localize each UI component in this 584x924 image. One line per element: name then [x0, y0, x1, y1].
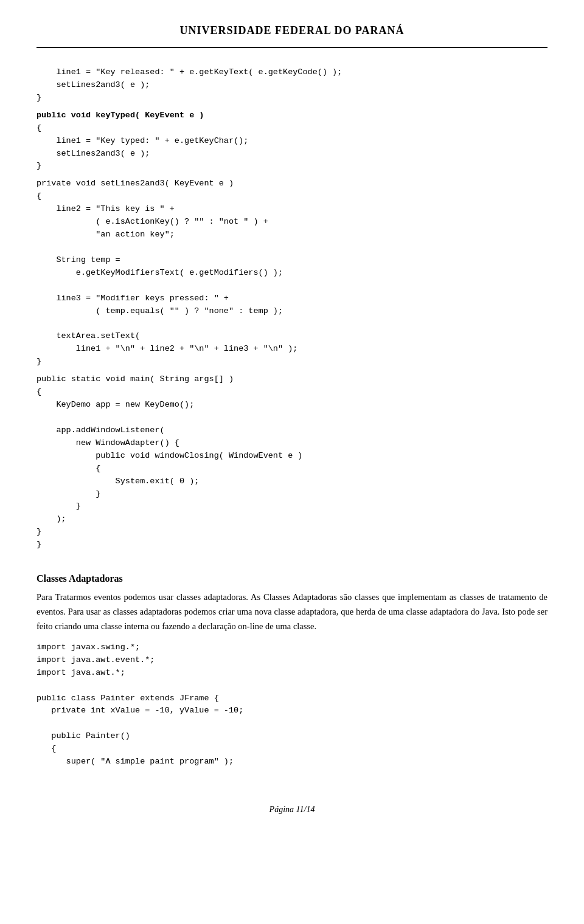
- code-block-3: private void setLines2and3( KeyEvent e )…: [36, 178, 548, 368]
- code-block-2: public void keyTyped( KeyEvent e ) { lin…: [36, 109, 548, 173]
- code-block-1: line1 = "Key released: " + e.getKeyText(…: [36, 66, 548, 105]
- code-line: line1 = "Key released: " + e.getKeyText(…: [36, 66, 548, 105]
- code-block-4: public static void main( String args[] )…: [36, 373, 548, 551]
- code-line: public static void main( String args[] )…: [36, 373, 548, 551]
- code-line-painter: import javax.swing.*; import java.awt.ev…: [36, 641, 548, 768]
- bold-code: public void keyTyped( KeyEvent e ): [36, 111, 204, 120]
- page-header: UNIVERSIDADE FEDERAL DO PARANÁ: [36, 24, 548, 48]
- paragraph-classes: Para Tratarmos eventos podemos usar clas…: [36, 590, 548, 634]
- code-line: private void setLines2and3( KeyEvent e )…: [36, 178, 548, 368]
- page-footer: Página 11/14: [36, 805, 548, 815]
- code-line: public void keyTyped( KeyEvent e ) { lin…: [36, 109, 548, 173]
- code-block-painter: import javax.swing.*; import java.awt.ev…: [36, 641, 548, 768]
- section-title-classes: Classes Adaptadoras: [36, 573, 548, 584]
